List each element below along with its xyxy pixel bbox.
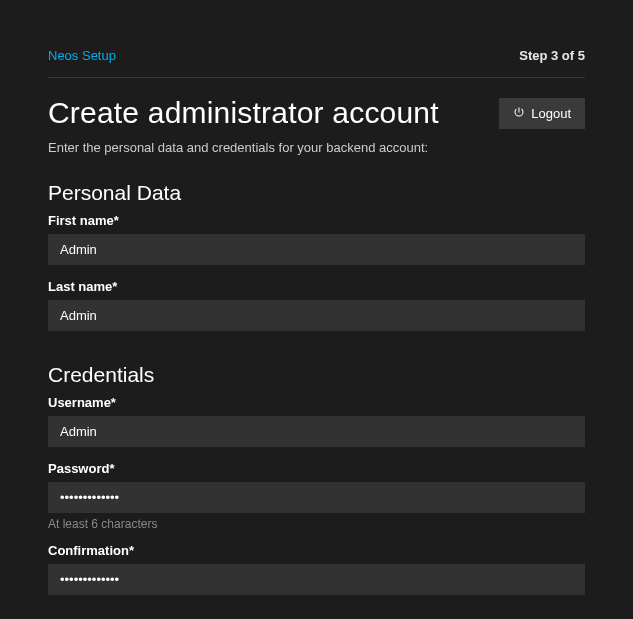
username-label: Username* — [48, 395, 585, 410]
credentials-section: Credentials Username* Password* At least… — [48, 363, 585, 609]
first-name-label: First name* — [48, 213, 585, 228]
personal-data-section: Personal Data First name* Last name* — [48, 181, 585, 345]
first-name-field[interactable] — [48, 234, 585, 265]
confirmation-field[interactable] — [48, 564, 585, 595]
confirmation-label: Confirmation* — [48, 543, 585, 558]
last-name-label: Last name* — [48, 279, 585, 294]
page-title: Create administrator account — [48, 96, 439, 130]
breadcrumb[interactable]: Neos Setup — [48, 48, 116, 63]
header-row: Neos Setup Step 3 of 5 — [48, 0, 585, 78]
step-indicator: Step 3 of 5 — [519, 48, 585, 63]
password-label: Password* — [48, 461, 585, 476]
power-icon — [513, 106, 525, 121]
logout-label: Logout — [531, 106, 571, 121]
username-field[interactable] — [48, 416, 585, 447]
logout-button[interactable]: Logout — [499, 98, 585, 129]
last-name-field[interactable] — [48, 300, 585, 331]
credentials-heading: Credentials — [48, 363, 585, 387]
password-field[interactable] — [48, 482, 585, 513]
page-subtitle: Enter the personal data and credentials … — [48, 140, 585, 155]
password-helper: At least 6 characters — [48, 517, 585, 531]
personal-heading: Personal Data — [48, 181, 585, 205]
